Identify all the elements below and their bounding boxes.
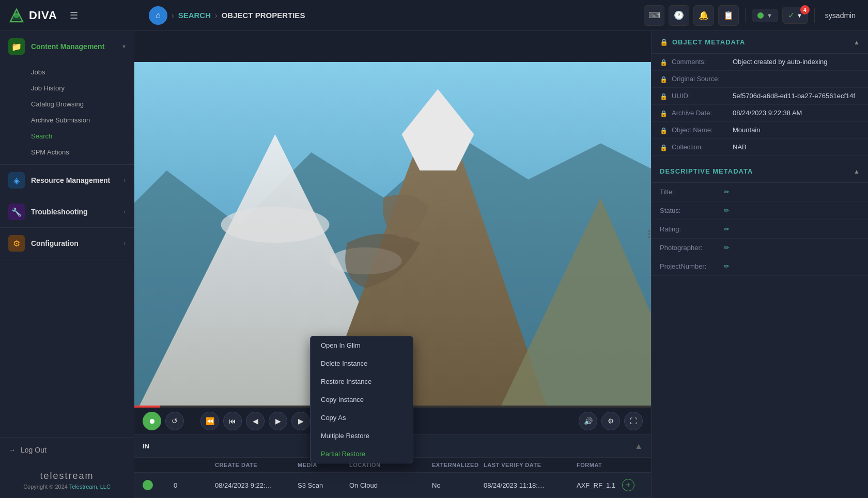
play-button[interactable]: ▶: [269, 412, 287, 430]
loop-button[interactable]: ↺: [165, 412, 184, 430]
breadcrumb-search[interactable]: SEARCH: [178, 11, 211, 20]
desc-photographer-edit-icon[interactable]: ✏: [724, 244, 730, 252]
sidebar-section-header-resource[interactable]: ◈ Resource Management ›: [0, 165, 134, 196]
ctx-multiple-restore[interactable]: Multiple Restore: [311, 427, 413, 445]
metadata-collapse-icon: ▲: [854, 39, 860, 46]
user-menu[interactable]: sysadmin: [821, 11, 860, 20]
frame-back-icon: ◀: [253, 417, 258, 425]
context-menu: Open In Glim Delete Instance Restore Ins…: [310, 336, 413, 463]
keyboard-icon: ⌨: [648, 10, 660, 20]
checkmark-icon: ✓: [788, 10, 795, 20]
bell-icon: 🔔: [699, 10, 709, 20]
row-id: 0: [174, 481, 215, 489]
row-indicator: [143, 480, 174, 490]
col-header-last-verify: LAST VERIFY DATE: [484, 462, 577, 468]
desc-metadata-collapse-icon: ▲: [854, 168, 860, 175]
collection-label: Collection:: [672, 143, 729, 151]
folder-icon: 📁: [11, 42, 22, 52]
lock-icon-uuid: 🔒: [660, 93, 668, 100]
settings-icon: ⚙: [608, 417, 614, 425]
breadcrumb-area: ⌂ › SEARCH › OBJECT PROPERTIES: [149, 6, 638, 25]
logo-area: DIVA ☰: [8, 7, 143, 24]
wrench-icon: 🔧: [11, 207, 22, 217]
sidebar-section-header-troubleshooting[interactable]: 🔧 Troubleshooting ›: [0, 196, 134, 227]
sidebar-item-spm-actions[interactable]: SPM Actions: [0, 144, 134, 160]
desc-status-label: Status:: [660, 207, 722, 214]
ctx-delete-instance[interactable]: Delete Instance: [311, 354, 413, 372]
status-dot: [757, 12, 764, 19]
fast-rewind-icon: ⏪: [206, 417, 214, 425]
resource-management-icon: ◈: [8, 172, 25, 189]
table-row[interactable]: 0 08/24/2023 9:22:… S3 Scan On Cloud No …: [134, 473, 651, 498]
object-metadata-header[interactable]: 🔒 OBJECT METADATA ▲: [652, 31, 868, 54]
col-header-externalized: EXTERNALIZED: [432, 462, 484, 468]
col-header-format: FORMAT: [577, 462, 622, 468]
row-last-verify: 08/24/2023 11:18:…: [484, 481, 577, 489]
desc-rating-label: Rating:: [660, 225, 722, 233]
bell-icon-button[interactable]: 🔔: [693, 5, 714, 26]
resource-arrow: ›: [123, 177, 126, 184]
sidebar-section-header-content[interactable]: 📁 Content Management ▾: [0, 31, 134, 62]
collapse-icon: ▲: [634, 442, 643, 450]
sidebar-item-archive-submission[interactable]: Archive Submission: [0, 112, 134, 128]
history-icon-button[interactable]: 🕐: [669, 5, 689, 26]
collection-value: NAB: [733, 143, 747, 151]
settings-button[interactable]: ⚙: [601, 412, 620, 430]
telestream-company-link[interactable]: Telestream, LLC: [69, 484, 111, 490]
main-layout: 📁 Content Management ▾ Jobs Job History …: [0, 31, 868, 498]
desc-field-status: Status: ✏: [652, 201, 868, 220]
header-divider: [745, 8, 746, 23]
sidebar-item-jobs[interactable]: Jobs: [0, 64, 134, 80]
logout-button[interactable]: → Log Out: [8, 446, 126, 454]
fast-rewind-button[interactable]: ⏪: [200, 412, 219, 430]
desc-status-edit-icon[interactable]: ✏: [724, 207, 730, 214]
ctx-copy-instance[interactable]: Copy Instance: [311, 391, 413, 409]
ctx-open-in-glim[interactable]: Open In Glim: [311, 336, 413, 354]
sidebar-item-search[interactable]: Search: [0, 128, 134, 144]
desc-project-number-edit-icon[interactable]: ✏: [724, 262, 730, 270]
resize-handle[interactable]: [647, 226, 651, 242]
record-icon: ⏺: [148, 417, 156, 425]
sidebar-item-job-history[interactable]: Job History: [0, 80, 134, 96]
object-name-label: Object Name:: [672, 126, 729, 134]
status-indicator-button[interactable]: ▼: [752, 9, 778, 22]
record-button[interactable]: ⏺: [143, 412, 161, 430]
ctx-restore-instance[interactable]: Restore Instance: [311, 372, 413, 391]
desc-rating-edit-icon[interactable]: ✏: [724, 225, 730, 233]
troubleshooting-icon: 🔧: [8, 204, 25, 220]
plus-icon: +: [626, 480, 630, 490]
meta-field-original-source: 🔒 Original Source:: [652, 71, 868, 88]
desc-field-project-number: ProjectNumber: ✏: [652, 257, 868, 276]
add-row-button[interactable]: +: [622, 479, 634, 491]
hamburger-menu[interactable]: ☰: [70, 10, 78, 21]
video-progress-fill: [134, 406, 160, 408]
instances-section-label: IN: [143, 442, 149, 450]
notification-button[interactable]: ✓ ▼ 4: [782, 7, 808, 24]
home-icon: ⌂: [156, 11, 161, 20]
keyboard-icon-button[interactable]: ⌨: [644, 5, 664, 26]
step-back-button[interactable]: ⏮: [223, 412, 242, 430]
ctx-copy-as[interactable]: Copy As: [311, 409, 413, 427]
telestream-brand-name: telestream: [8, 471, 126, 481]
row-externalized: No: [432, 481, 484, 489]
desc-title-edit-icon[interactable]: ✏: [724, 188, 730, 196]
clipboard-icon-button[interactable]: 📋: [718, 5, 739, 26]
table-collapse-button[interactable]: ▲: [634, 442, 643, 451]
ctx-partial-restore[interactable]: Partial Restore: [311, 445, 413, 463]
fullscreen-button[interactable]: ⛶: [624, 412, 643, 430]
comments-value: Object created by auto-indexing: [733, 58, 828, 66]
row-media: S3 Scan: [298, 481, 349, 489]
col-header-indicator: [143, 462, 174, 468]
volume-button[interactable]: 🔊: [579, 412, 597, 430]
object-name-value: Mountain: [733, 126, 760, 134]
descriptive-metadata-title: DESCRIPTIVE METADATA: [660, 167, 849, 175]
home-button[interactable]: ⌂: [149, 6, 167, 25]
notification-badge: 4: [800, 5, 810, 14]
sidebar-section-header-configuration[interactable]: ⚙ Configuration ›: [0, 228, 134, 259]
fullscreen-icon: ⛶: [630, 417, 637, 425]
descriptive-metadata-header[interactable]: DESCRIPTIVE METADATA ▲: [652, 160, 868, 183]
sidebar-item-catalog-browsing[interactable]: Catalog Browsing: [0, 96, 134, 112]
frame-forward-button[interactable]: ▶: [291, 412, 310, 430]
frame-back-button[interactable]: ◀: [246, 412, 265, 430]
gear-icon: ⚙: [13, 239, 20, 248]
